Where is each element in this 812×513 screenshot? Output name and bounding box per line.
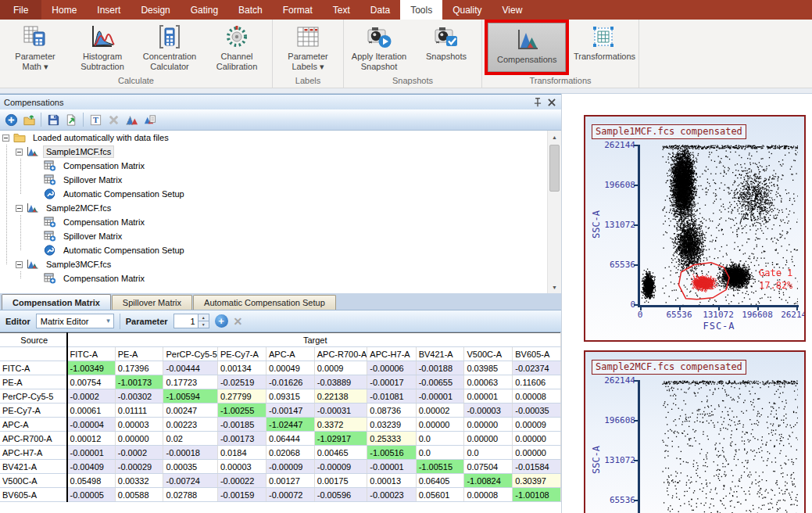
tree-item-sample2mcf-fcs[interactable]: Sample2MCF.fcs — [0, 201, 561, 215]
matrix-cell[interactable]: -0.00147 — [266, 404, 315, 418]
editor-select[interactable]: Matrix Editor ▾ — [36, 314, 114, 328]
matrix-cell[interactable]: -0.00185 — [217, 418, 266, 432]
matrix-cell[interactable]: -0.00001 — [416, 389, 464, 404]
matrix-cell[interactable]: 0.00127 — [266, 474, 315, 488]
matrix-cell[interactable]: 0.00009 — [513, 418, 561, 432]
matrix-cell[interactable]: 0.02 — [163, 432, 217, 446]
pin-icon[interactable] — [532, 97, 543, 108]
tree-scrollbar[interactable]: ▲▼ — [547, 131, 561, 293]
matrix-cell[interactable]: -1.00349 — [67, 361, 116, 375]
matrix-cell[interactable]: -0.00009 — [266, 460, 315, 474]
tree-item-spillover-matrix[interactable]: Spillover Matrix — [0, 173, 561, 187]
matrix-cell[interactable]: -0.00001 — [367, 460, 416, 474]
matrix-cell[interactable]: -0.00409 — [67, 460, 116, 474]
matrix-cell[interactable]: -1.00516 — [367, 446, 416, 460]
menu-tab-tools[interactable]: Tools — [400, 0, 442, 20]
scroll-up-icon[interactable]: ▲ — [548, 131, 561, 143]
matrix-cell[interactable]: 0.00247 — [163, 404, 217, 418]
matrix-cell[interactable]: 0.00063 — [464, 375, 513, 389]
copy-compensation-icon[interactable] — [141, 112, 157, 127]
matrix-cell[interactable]: 0.30397 — [513, 474, 561, 488]
matrix-cell[interactable]: -1.02447 — [266, 418, 315, 432]
matrix-cell[interactable]: 0.00000 — [464, 418, 513, 432]
matrix-cell[interactable]: 0.00008 — [513, 389, 561, 404]
menu-tab-home[interactable]: Home — [41, 0, 87, 20]
matrix-cell[interactable]: 0.00008 — [464, 488, 513, 502]
matrix-cell[interactable]: -0.00018 — [163, 446, 217, 460]
matrix-cell[interactable]: -0.00302 — [115, 389, 163, 404]
matrix-cell[interactable]: 0.08736 — [367, 404, 416, 418]
delete-parameter-button[interactable]: ✕ — [234, 315, 243, 328]
matrix-cell[interactable]: 0.05601 — [416, 488, 464, 502]
ribbon-button-compensations[interactable]: Compensations — [488, 23, 566, 72]
expander-minus-icon[interactable] — [2, 135, 9, 142]
matrix-cell[interactable]: -1.00108 — [513, 488, 561, 502]
tab-automatic-compensation-setup[interactable]: Automatic Compensation Setup — [193, 295, 336, 310]
matrix-cell[interactable]: 0.0184 — [217, 446, 266, 460]
menu-tab-file[interactable]: File — [0, 0, 41, 20]
ribbon-button-transformations[interactable]: Transformations — [570, 20, 637, 75]
matrix-cell[interactable]: -0.00001 — [67, 446, 116, 460]
matrix-cell[interactable]: 0.00003 — [115, 418, 163, 432]
spin-down-icon[interactable]: ▼ — [199, 321, 209, 328]
tree-item-loaded-automatically-with-data-files[interactable]: Loaded automatically with data files — [0, 131, 561, 145]
matrix-cell[interactable]: 0.00000 — [464, 432, 513, 446]
menu-tab-batch[interactable]: Batch — [228, 0, 273, 20]
matrix-cell[interactable]: 0.00175 — [314, 474, 367, 488]
matrix-cell[interactable]: -0.00596 — [314, 488, 367, 502]
ribbon-button-apply-iteration-snapshot[interactable]: Apply Iteration Snapshot — [345, 20, 413, 75]
matrix-cell[interactable]: 0.3372 — [314, 418, 367, 432]
scroll-thumb[interactable] — [549, 145, 560, 192]
matrix-cell[interactable]: -0.00006 — [367, 361, 416, 375]
matrix-cell[interactable]: 0.03985 — [464, 361, 513, 375]
ribbon-button-parameter-labels[interactable]: Parameter Labels ▾ — [274, 20, 342, 75]
matrix-cell[interactable]: 0.05498 — [67, 474, 116, 488]
matrix-cell[interactable]: 0.01111 — [115, 404, 163, 418]
matrix-cell[interactable]: -0.01081 — [367, 389, 416, 404]
matrix-cell[interactable]: 0.00003 — [217, 460, 266, 474]
matrix-cell[interactable]: -0.01626 — [266, 375, 315, 389]
matrix-cell[interactable]: 0.0 — [416, 432, 464, 446]
menu-tab-quality[interactable]: Quality — [442, 0, 492, 20]
menu-tab-data[interactable]: Data — [360, 0, 400, 20]
matrix-cell[interactable]: 0.0 — [416, 446, 464, 460]
matrix-cell[interactable]: 0.27799 — [217, 389, 266, 404]
matrix-cell[interactable]: 0.00013 — [367, 474, 416, 488]
matrix-cell[interactable]: -1.00515 — [416, 460, 464, 474]
matrix-cell[interactable]: 0.00000 — [513, 432, 561, 446]
matrix-cell[interactable]: 0.02068 — [266, 446, 315, 460]
matrix-cell[interactable]: -0.02519 — [217, 375, 266, 389]
tree-item-compensation-matrix[interactable]: Compensation Matrix — [0, 271, 561, 285]
matrix-cell[interactable]: -1.00824 — [464, 474, 513, 488]
close-icon[interactable] — [546, 97, 557, 108]
expander-minus-icon[interactable] — [16, 149, 23, 156]
tree-item-sample1mcf-fcs[interactable]: Sample1MCF.fcs — [0, 145, 561, 159]
apply-compensation-icon[interactable] — [123, 112, 139, 127]
menu-tab-design[interactable]: Design — [131, 0, 180, 20]
matrix-cell[interactable]: -0.00003 — [464, 404, 513, 418]
matrix-cell[interactable]: -1.00594 — [163, 389, 217, 404]
matrix-cell[interactable]: 0.22138 — [314, 389, 367, 404]
matrix-cell[interactable]: -0.00159 — [217, 488, 266, 502]
ribbon-button-snapshots[interactable]: Snapshots — [413, 20, 480, 75]
matrix-cell[interactable]: 0.00001 — [464, 389, 513, 404]
matrix-cell[interactable]: 0.00002 — [416, 404, 464, 418]
tree-item-sample3mcf-fcs[interactable]: Sample3MCF.fcs — [0, 257, 561, 271]
export-icon[interactable] — [63, 112, 79, 127]
ribbon-button-channel-calibration[interactable]: Channel Calibration — [203, 20, 270, 75]
matrix-cell[interactable]: 0.00223 — [163, 418, 217, 432]
matrix-cell[interactable]: -0.00023 — [367, 488, 416, 502]
matrix-cell[interactable]: 0.25333 — [367, 432, 416, 446]
matrix-cell[interactable]: 0.17396 — [115, 361, 163, 375]
matrix-cell[interactable]: -0.00173 — [217, 432, 266, 446]
matrix-cell[interactable]: 0.00754 — [67, 375, 116, 389]
matrix-cell[interactable]: -0.00031 — [314, 404, 367, 418]
matrix-cell[interactable]: 0.00035 — [163, 460, 217, 474]
menu-tab-format[interactable]: Format — [273, 0, 323, 20]
tree-item-automatic-compensation-setup[interactable]: Automatic Compensation Setup — [0, 187, 561, 201]
menu-tab-gating[interactable]: Gating — [181, 0, 228, 20]
matrix-cell[interactable]: 0.00332 — [115, 474, 163, 488]
delete-icon[interactable] — [106, 112, 121, 127]
matrix-cell[interactable]: 0.11606 — [513, 375, 561, 389]
matrix-cell[interactable]: -0.00072 — [266, 488, 315, 502]
